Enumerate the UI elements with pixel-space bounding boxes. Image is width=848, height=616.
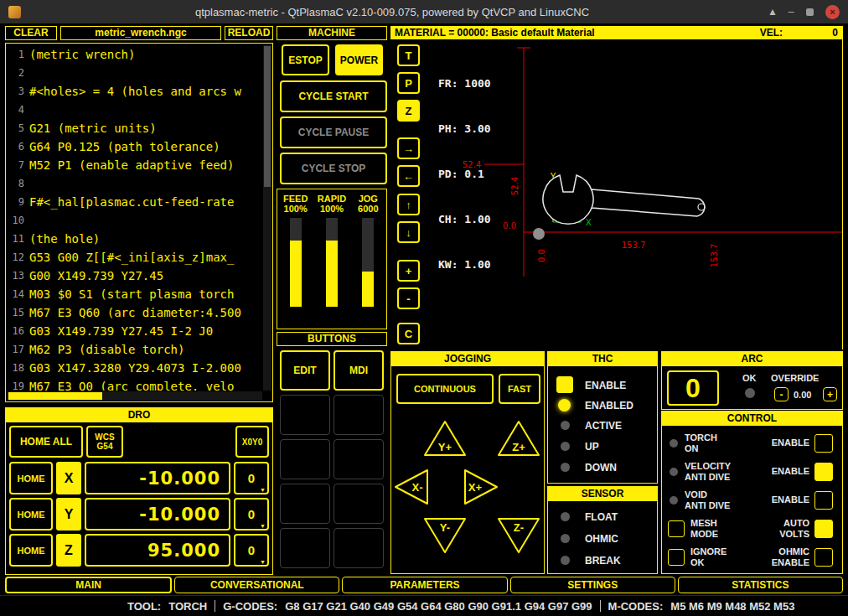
tab-conversational[interactable]: CONVERSATIONAL [174,577,339,593]
home-all-button[interactable]: HOME ALL [9,426,83,458]
gcode-vertical-scrollbar[interactable] [263,44,271,391]
power-button[interactable]: POWER [335,44,383,75]
thc-enable-checkbox[interactable] [556,376,573,393]
gcode-viewer[interactable]: 1(metric wrench) 2 3#<holes> = 4 (holes … [5,43,273,402]
auto-volts-checkbox[interactable] [814,520,833,538]
view-z-button[interactable]: Z [397,100,420,122]
mdi-button[interactable]: MDI [334,350,384,391]
rapid-slider[interactable] [326,218,338,307]
material-label[interactable]: MATERIAL = 00000: Basic default Material [395,27,595,39]
custom-button-slot [334,528,384,568]
axis-x-label: X [56,462,81,494]
estop-button[interactable]: ESTOP [282,44,329,75]
home-z-button[interactable]: HOME [9,534,53,567]
offset-z-dropdown[interactable]: 0▼ [234,534,269,567]
cycle-stop-button[interactable]: CYCLE STOP [280,153,387,184]
void-anti-dive-checkbox[interactable] [814,491,833,510]
feed-override: FEED 100% [278,194,313,329]
pan-down-button[interactable]: ↓ [397,221,420,243]
chevron-down-icon: ▼ [260,487,266,493]
gcode-line: 11(the hole) [8,230,261,248]
gcode-horizontal-scrollbar[interactable] [7,391,262,401]
arc-panel: ARC 0 OK OVERRIDE - 0.00 + [661,351,843,410]
ohmic-enable-checkbox[interactable] [814,548,833,567]
kerf-width-readout: KW: 1.00 [438,257,491,272]
titlebar: qtplasmac-metric - QtPlasmaC v2.10-009.0… [0,0,848,23]
gcode-line: 18G03 X147.3280 Y29.4073 I-2.000 [8,359,261,377]
offset-y-dropdown[interactable]: 0▼ [234,498,269,531]
maximize-button[interactable] [806,8,814,16]
view-t-button[interactable]: T [397,44,420,66]
gcode-line: 6G64 P0.125 (path tolerance) [8,137,261,156]
minimize-button[interactable]: – [782,6,800,18]
jog-z-plus-button[interactable]: Z+ [496,419,541,458]
gcode-line: 1(metric wrench) [8,45,261,64]
zoom-in-button[interactable]: + [397,260,420,282]
scrollbar-thumb[interactable] [8,392,102,400]
shade-button[interactable]: ▲ [763,6,782,18]
x0y0-button[interactable]: X0Y0 [235,426,269,458]
home-x-button[interactable]: HOME [9,462,53,494]
gcode-line: 8 [8,174,261,193]
jog-x-minus-button[interactable]: X- [393,468,430,506]
offset-x-dropdown[interactable]: 0▼ [234,462,269,494]
separator [215,600,215,612]
pan-up-button[interactable]: ↑ [397,194,420,215]
tab-statistics[interactable]: STATISTICS [678,577,843,593]
control-row-torch: TORCHON ENABLE [662,429,842,458]
jog-slider[interactable] [362,218,374,307]
x-axis-label: X [586,218,592,227]
override-minus-button[interactable]: - [774,387,789,401]
pierce-delay-readout: PD: 0.1 [438,167,491,182]
gcode-line: 7M52 P1 (enable adaptive feed) [8,156,261,174]
clear-button[interactable]: CLEAR [5,26,57,40]
zoom-out-button[interactable]: - [397,287,420,309]
arc-voltage-display: 0 [667,370,719,406]
jog-z-minus-button[interactable]: Z- [496,516,541,555]
cycle-pause-button[interactable]: CYCLE PAUSE [280,116,387,148]
dro-title: DRO [6,408,272,422]
gcode-header: CLEAR metric_wrench.ngc RELOAD [5,26,273,41]
thc-up-led [561,442,570,451]
torch-enable-checkbox[interactable] [814,434,833,453]
edit-button[interactable]: EDIT [280,350,330,391]
override-plus-button[interactable]: + [823,387,837,401]
dro-axis-row-z: HOME Z 95.000 0▼ [9,534,269,567]
pan-left-button[interactable]: ← [397,165,420,187]
thc-panel: THC ENABLE ENABLED ACTIVE UP DOWN [547,351,658,484]
home-y-button[interactable]: HOME [9,498,53,531]
cycle-start-button[interactable]: CYCLE START [280,80,387,112]
jog-y-plus-button[interactable]: Y+ [422,419,468,458]
dro-z-value: 95.000 [85,534,230,567]
custom-button-slot [280,439,330,479]
close-button[interactable]: × [825,5,840,19]
gcode-line: 14M03 $0 S1 (start plasma torch [8,285,261,303]
feed-slider[interactable] [290,218,302,307]
pan-right-button[interactable]: → [397,137,420,159]
pierce-height-readout: PH: 3.00 [438,122,491,137]
break-led [561,556,570,565]
chevron-down-icon: ▼ [260,559,266,565]
jog-continuous-button[interactable]: CONTINUOUS [396,374,494,404]
tab-settings[interactable]: SETTINGS [510,577,675,593]
jog-fast-button[interactable]: FAST [499,374,540,404]
mesh-mode-checkbox[interactable] [668,520,685,537]
thc-active-led [561,421,570,430]
clear-view-button[interactable]: C [397,323,420,344]
dim-right-length: 153.7 [710,244,719,268]
tab-main[interactable]: MAIN [5,577,172,593]
ignore-ok-checkbox[interactable] [668,549,685,566]
velocity-anti-dive-checkbox[interactable] [814,463,833,481]
scrollbar-thumb[interactable] [264,46,271,187]
dim-x-zero: 0.0 [503,221,516,230]
velocity-anti-dive-led [670,468,678,476]
tab-parameters[interactable]: PARAMETERS [342,577,507,593]
jog-y-minus-button[interactable]: Y- [422,516,468,555]
view-p-button[interactable]: P [397,72,420,94]
wcs-button[interactable]: WCSG54 [86,426,123,458]
velocity-value: 0 [832,27,838,39]
jog-x-plus-button[interactable]: X+ [463,468,499,506]
reload-button[interactable]: RELOAD [225,26,273,40]
axis-z-label: Z [56,534,81,567]
gcode-preview[interactable]: 52.4 52.4 0.0 153.7 0.0 153.7 Y X FR: 10… [390,39,843,349]
